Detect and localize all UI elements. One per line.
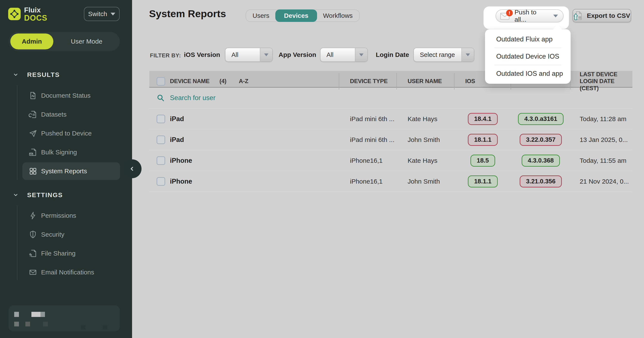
ios-version-select[interactable]: All — [225, 48, 273, 62]
sidebar-item-label: Email Notifications — [41, 269, 94, 276]
search-placeholder: Search for user — [170, 94, 216, 102]
sidebar-item-document-status[interactable]: Document Status — [0, 86, 132, 105]
mode-user-button[interactable]: User Mode — [53, 32, 120, 51]
device-type: iPhone16,1 — [339, 178, 397, 185]
tab-devices[interactable]: Devices — [275, 9, 317, 22]
chevron-down-icon — [553, 14, 558, 17]
sidebar-item-permissions[interactable]: Permissions — [0, 206, 132, 225]
chevron-left-icon — [128, 165, 136, 172]
login-date-label: Login Date — [376, 51, 409, 58]
pushed-to-device-icon — [28, 129, 37, 138]
sidebar-item-pushed-to-device[interactable]: Pushed to Device — [0, 124, 132, 143]
section-settings[interactable]: SETTINGS — [13, 191, 63, 199]
sidebar-item-system-reports[interactable]: System Reports — [22, 162, 120, 180]
user-name: Kate Hays — [397, 157, 454, 164]
device-type: iPad mini 6th ... — [339, 115, 397, 123]
login-date-value: Select range — [420, 48, 455, 61]
menu-item-outdated-fluix-app[interactable]: Outdated Fluix app — [485, 31, 571, 48]
brand: Fluix DOCS — [24, 6, 47, 22]
user-name-header[interactable]: USER NAME — [397, 71, 454, 92]
last-login-date: Today, 11:28 am — [570, 115, 632, 123]
sidebar-item-security[interactable]: Security — [0, 225, 132, 244]
last-login-date: 13 Jan 2025, 0... — [570, 136, 632, 144]
menu-item-outdated-ios-and-app[interactable]: Outdated IOS and app — [485, 65, 571, 82]
sidebar-item-label: Document Status — [41, 92, 90, 99]
chevron-down-icon — [110, 13, 115, 15]
menu-item-outdated-device-ios[interactable]: Outdated Device IOS — [485, 48, 571, 65]
table-row[interactable]: iPhone iPhone16,1 John Smith 18.1.1 3.21… — [149, 171, 632, 192]
document-status-icon — [28, 91, 37, 100]
tab-users[interactable]: Users — [246, 10, 276, 21]
skeleton-block — [81, 325, 85, 330]
skeleton-block — [43, 322, 48, 327]
row-checkbox[interactable] — [156, 177, 165, 186]
app-version-select[interactable]: All — [320, 48, 368, 62]
mode-admin-button[interactable]: Admin — [10, 33, 53, 49]
row-checkbox[interactable] — [156, 136, 165, 144]
ios-version-badge: 18.1.1 — [468, 175, 498, 187]
sidebar-collapse-button[interactable] — [122, 159, 142, 178]
device-type: iPhone16,1 — [339, 157, 397, 164]
row-checkbox[interactable] — [156, 156, 165, 165]
app-version-value: All — [326, 48, 334, 61]
chevron-down-icon — [264, 53, 268, 56]
devices-table: DEVICE NAME (4) A-Z DEVICE TYPE USER NAM… — [149, 71, 632, 192]
loading-widget — [8, 305, 120, 331]
page-title: System Reports — [149, 8, 226, 19]
export-csv-button[interactable]: Export to CSV — [572, 9, 631, 22]
settings-nav: Permissions Security File Sharing Em — [0, 206, 132, 282]
user-name: Kate Hays — [397, 115, 454, 123]
export-csv-icon — [574, 10, 583, 21]
chevron-down-icon — [13, 72, 18, 78]
device-count: (4) — [220, 78, 226, 85]
chevron-down-icon — [359, 53, 364, 56]
sidebar-item-email-notifications[interactable]: Email Notifications — [0, 263, 132, 282]
app-version-badge: 3.22.0.357 — [520, 134, 562, 146]
sidebar-item-bulk-signing[interactable]: Bulk Signing — [0, 143, 132, 162]
push-to-all-label: Push to all... — [514, 8, 549, 23]
tab-workflows[interactable]: Workflows — [316, 10, 359, 21]
sidebar-item-label: Datasets — [41, 111, 66, 118]
row-checkbox[interactable] — [156, 115, 165, 123]
bulk-signing-icon — [28, 148, 37, 157]
table-row[interactable]: iPhone iPhone16,1 Kate Hays 18.5 4.3.0.3… — [149, 150, 632, 171]
fluix-logo-icon — [8, 8, 21, 20]
device-name-header-label: DEVICE NAME — [170, 78, 210, 85]
skeleton-block — [40, 312, 45, 317]
device-type-header[interactable]: DEVICE TYPE — [339, 71, 397, 92]
last-login-header[interactable]: LAST DEVICE LOGIN DATE (CEST) — [570, 71, 632, 92]
mode-toggle: Admin User Mode — [8, 32, 120, 51]
datasets-icon — [28, 110, 37, 119]
table-row[interactable]: iPad iPad mini 6th ... Kate Hays 18.4.1 … — [149, 109, 632, 130]
skeleton-block — [103, 325, 107, 330]
search-icon — [156, 94, 165, 102]
sidebar-item-file-sharing[interactable]: File Sharing — [0, 244, 132, 263]
sort-a-z[interactable]: A-Z — [239, 78, 248, 85]
push-to-all-button[interactable]: Push to all... — [496, 9, 564, 22]
app-version-badge: 3.21.0.356 — [520, 175, 562, 187]
login-date-select[interactable]: Select range — [414, 48, 474, 62]
table-row[interactable]: iPad iPad mini 6th ... John Smith 18.1.1… — [149, 130, 632, 150]
sidebar-item-datasets[interactable]: Datasets — [0, 105, 132, 124]
user-name: John Smith — [397, 178, 454, 185]
sidebar-item-label: System Reports — [41, 168, 87, 175]
switch-label: Switch — [88, 10, 107, 18]
chevron-down-icon — [13, 192, 18, 198]
brand-product-name: DOCS — [24, 14, 47, 22]
device-name: iPad — [170, 115, 184, 123]
section-results[interactable]: RESULTS — [13, 71, 60, 79]
app-version-badge: 4.3.0.a3161 — [518, 113, 563, 125]
last-login-date: 21 Nov 2024, 0... — [570, 178, 632, 185]
section-results-label: RESULTS — [27, 71, 60, 78]
last-login-date: Today, 11:55 am — [570, 157, 632, 164]
skeleton-block — [32, 312, 40, 317]
alert-badge-icon — [506, 10, 513, 16]
app-version-label: App Version — [278, 51, 316, 58]
ios-version-value: All — [232, 48, 238, 61]
device-name: iPhone — [170, 157, 192, 165]
filter-by-label: FILTER BY: — [150, 52, 181, 59]
select-all-checkbox[interactable] — [156, 77, 165, 86]
switch-button[interactable]: Switch — [84, 7, 120, 21]
device-name: iPhone — [170, 177, 192, 185]
push-menu: Outdated Fluix app Outdated Device IOS O… — [485, 29, 571, 84]
